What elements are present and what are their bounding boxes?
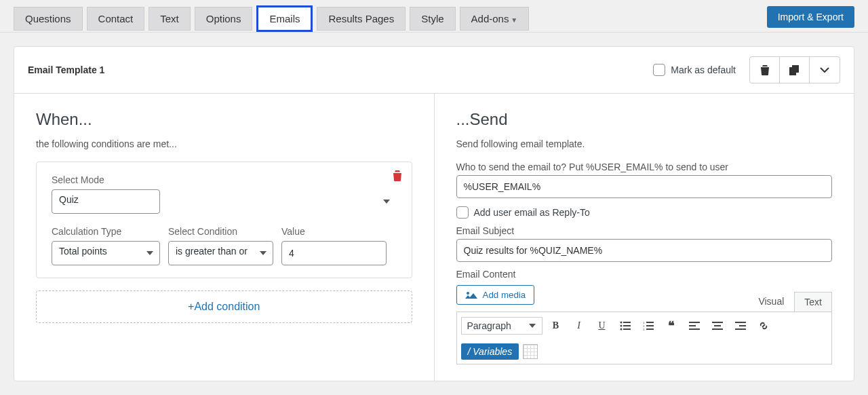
underline-button[interactable]: U: [593, 316, 612, 335]
reply-to-checkbox[interactable]: [456, 206, 469, 219]
align-left-icon: [689, 322, 700, 330]
align-left-button[interactable]: [685, 316, 704, 335]
delete-condition-button[interactable]: [393, 170, 402, 181]
when-heading: When...: [36, 110, 412, 129]
select-mode-dropdown[interactable]: Quiz: [52, 189, 160, 214]
media-icon: [465, 290, 477, 300]
bullet-list-button[interactable]: [616, 316, 635, 335]
email-template-card: Email Template 1 Mark as default When...…: [14, 46, 854, 381]
add-condition-button[interactable]: +Add condition: [36, 290, 412, 323]
add-media-button[interactable]: Add media: [456, 285, 535, 305]
editor-tab-visual[interactable]: Visual: [748, 291, 794, 312]
chevron-down-icon: [820, 67, 829, 73]
bold-button[interactable]: B: [547, 316, 566, 335]
svg-rect-8: [623, 328, 631, 330]
svg-point-2: [467, 292, 469, 295]
to-help: Who to send the email to? Put %USER_EMAI…: [456, 162, 833, 172]
link-icon: [758, 320, 769, 331]
to-input[interactable]: [456, 175, 833, 198]
calc-type-label: Calculation Type: [52, 226, 160, 237]
condition-box: Select Mode Quiz Calculation Type Total …: [36, 162, 412, 278]
bullet-list-icon: [620, 321, 631, 331]
subject-label: Email Subject: [456, 225, 833, 236]
value-label: Value: [281, 226, 387, 237]
format-select[interactable]: Paragraph: [461, 317, 542, 335]
tab-bar: Questions Contact Text Options Emails Re…: [0, 0, 868, 33]
svg-rect-23: [735, 328, 746, 330]
tab-addons[interactable]: Add-ons: [460, 7, 530, 31]
align-right-button[interactable]: [731, 316, 750, 335]
trash-icon: [760, 65, 770, 75]
tab-emails[interactable]: Emails: [256, 5, 313, 32]
align-center-icon: [712, 322, 723, 330]
add-media-label: Add media: [483, 290, 526, 300]
import-export-button[interactable]: Import & Export: [767, 6, 854, 28]
content-label: Email Content: [456, 269, 833, 280]
svg-rect-18: [712, 322, 723, 323]
svg-rect-21: [735, 322, 746, 323]
svg-rect-17: [689, 328, 700, 330]
tab-style[interactable]: Style: [410, 7, 455, 31]
tab-text[interactable]: Text: [149, 7, 191, 31]
svg-rect-10: [646, 322, 654, 323]
copy-icon: [789, 65, 800, 75]
svg-rect-16: [689, 325, 696, 326]
editor-toolbar: Paragraph B I U 123 ❝: [456, 312, 833, 364]
tab-contact[interactable]: Contact: [87, 7, 145, 31]
svg-rect-1: [792, 65, 799, 73]
svg-rect-19: [714, 325, 721, 326]
template-title: Email Template 1: [28, 64, 104, 75]
svg-rect-22: [739, 325, 746, 326]
svg-rect-4: [623, 322, 631, 323]
svg-text:3: 3: [643, 328, 645, 331]
duplicate-template-button[interactable]: [780, 57, 810, 83]
condition-dropdown[interactable]: is greater than or: [168, 241, 273, 265]
svg-rect-15: [689, 322, 700, 323]
svg-point-3: [620, 322, 622, 324]
tab-results-pages[interactable]: Results Pages: [317, 7, 406, 31]
svg-point-7: [620, 328, 622, 331]
svg-rect-6: [623, 325, 631, 326]
subject-input[interactable]: [456, 239, 833, 262]
svg-point-5: [620, 325, 622, 327]
align-center-button[interactable]: [708, 316, 727, 335]
reply-to-label: Add user email as Reply-To: [474, 207, 590, 218]
select-mode-label: Select Mode: [52, 174, 397, 185]
trash-icon: [393, 170, 402, 181]
number-list-button[interactable]: 123: [639, 316, 658, 335]
svg-rect-20: [712, 328, 723, 330]
number-list-icon: 123: [643, 321, 654, 331]
send-pane: ...Send Send following email template. W…: [435, 94, 854, 381]
italic-button[interactable]: I: [570, 316, 589, 335]
mark-default-checkbox[interactable]: [653, 64, 665, 76]
align-right-icon: [735, 322, 746, 330]
mark-default-label: Mark as default: [671, 64, 736, 75]
card-header: Email Template 1 Mark as default: [14, 47, 854, 94]
when-subtext: the following conditions are met...: [36, 138, 412, 149]
link-button[interactable]: [754, 316, 773, 335]
send-subtext: Send following email template.: [456, 138, 833, 149]
value-input[interactable]: [281, 241, 387, 265]
tab-options[interactable]: Options: [195, 7, 253, 31]
calc-type-dropdown[interactable]: Total points: [52, 241, 160, 265]
send-heading: ...Send: [456, 110, 833, 129]
tab-questions[interactable]: Questions: [14, 7, 83, 31]
quote-button[interactable]: ❝: [662, 316, 681, 335]
editor-tab-text[interactable]: Text: [794, 292, 832, 312]
svg-rect-12: [646, 325, 654, 326]
when-pane: When... the following conditions are met…: [14, 94, 435, 381]
svg-rect-14: [646, 328, 654, 330]
delete-template-button[interactable]: [750, 57, 780, 83]
variables-button[interactable]: / Variables: [461, 343, 519, 360]
condition-label: Select Condition: [168, 226, 273, 237]
table-button[interactable]: [523, 344, 538, 359]
collapse-toggle[interactable]: [810, 57, 840, 83]
